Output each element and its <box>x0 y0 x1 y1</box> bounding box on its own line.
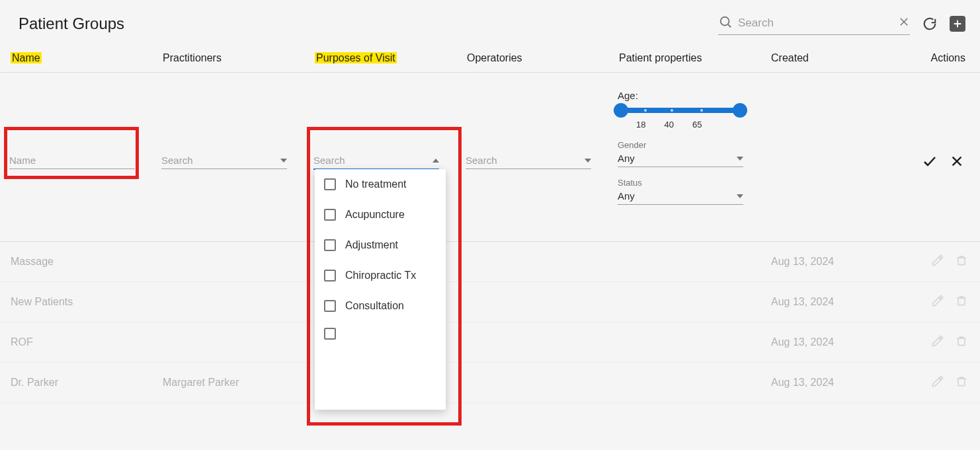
age-tick-label: 18 <box>636 120 645 130</box>
svg-rect-12 <box>958 338 965 346</box>
delete-icon[interactable] <box>955 294 968 310</box>
svg-rect-10 <box>958 298 965 305</box>
table-cell: ROF <box>11 336 163 348</box>
table-row[interactable]: ROFAug 13, 2024 <box>0 322 980 363</box>
col-operatories[interactable]: Operatories <box>467 51 619 65</box>
age-tick-label: 65 <box>692 120 702 130</box>
purposes-dropdown-text: Search <box>313 155 345 166</box>
global-search-wrap[interactable] <box>718 12 910 35</box>
table-cell: Aug 13, 2024 <box>771 377 923 389</box>
row-actions <box>923 294 968 310</box>
name-input[interactable] <box>9 152 135 169</box>
table-cell: Dr. Parker <box>11 377 163 389</box>
checkbox-icon[interactable] <box>324 328 336 340</box>
gender-value: Any <box>618 153 635 164</box>
col-purposes[interactable]: Purposes of Visit <box>315 52 397 63</box>
confirm-button[interactable] <box>922 153 938 172</box>
practitioners-dropdown[interactable]: Search <box>161 152 287 169</box>
status-label: Status <box>618 178 756 188</box>
table-cell: Aug 13, 2024 <box>771 336 923 348</box>
table-cell: Margaret Parker <box>163 377 315 389</box>
purposes-dropdown[interactable]: Search <box>313 152 439 170</box>
table-cell: New Patients <box>11 296 163 308</box>
edit-icon[interactable] <box>931 254 944 270</box>
gender-select[interactable]: Any <box>618 150 743 167</box>
row-actions <box>923 375 968 391</box>
table-cell: Aug 13, 2024 <box>771 296 923 308</box>
col-practitioners[interactable]: Practitioners <box>163 51 315 65</box>
cancel-button[interactable] <box>950 154 964 171</box>
table-header-row: Name Practitioners Purposes of Visit Ope… <box>0 44 980 73</box>
svg-point-0 <box>721 17 729 26</box>
purpose-option[interactable]: Adjustment <box>315 230 446 260</box>
col-name[interactable]: Name <box>11 52 42 63</box>
col-created[interactable]: Created <box>771 51 923 65</box>
col-properties[interactable]: Patient properties <box>619 51 771 65</box>
slider-tick <box>700 109 703 112</box>
slider-tick <box>644 109 647 112</box>
chevron-down-icon <box>585 159 591 163</box>
slider-tick <box>671 109 673 112</box>
practitioners-dropdown-text: Search <box>161 155 193 166</box>
checkbox-icon[interactable] <box>324 239 336 251</box>
purposes-dropdown-scroll[interactable]: No treatmentAcupunctureAdjustmentChiropr… <box>315 169 446 410</box>
chevron-up-icon <box>432 159 439 163</box>
operatories-dropdown-text: Search <box>466 155 497 166</box>
search-icon <box>718 15 733 32</box>
edit-icon[interactable] <box>931 375 944 391</box>
purpose-option-label: Chiropractic Tx <box>345 270 416 281</box>
table-row[interactable]: MassageAug 13, 2024 <box>0 242 980 282</box>
purpose-option[interactable]: Consultation <box>315 291 446 321</box>
age-label: Age: <box>618 90 756 101</box>
age-slider[interactable] <box>618 108 743 113</box>
row-actions <box>923 254 968 270</box>
purpose-option-label: Consultation <box>345 300 404 312</box>
checkbox-icon[interactable] <box>324 270 336 281</box>
chevron-down-icon <box>737 194 743 198</box>
operatories-dropdown[interactable]: Search <box>466 152 591 169</box>
age-slider-labels: 18 40 65 <box>618 117 743 130</box>
delete-icon[interactable] <box>955 375 968 391</box>
checkbox-icon[interactable] <box>324 178 336 190</box>
purpose-option-label: Acupuncture <box>345 209 405 221</box>
purpose-option[interactable]: Acupuncture <box>315 200 446 230</box>
purpose-option-label: No treatment <box>345 178 406 190</box>
purpose-option-label: Adjustment <box>345 239 398 251</box>
gender-label: Gender <box>618 140 756 150</box>
delete-icon[interactable] <box>955 254 968 270</box>
refresh-button[interactable] <box>922 16 938 32</box>
status-select[interactable]: Any <box>618 188 743 205</box>
table-row[interactable]: Dr. ParkerMargaret ParkerAug 13, 2024 <box>0 363 980 403</box>
status-value: Any <box>618 190 635 202</box>
chevron-down-icon <box>280 159 287 163</box>
table-row[interactable]: New PatientsAug 13, 2024 <box>0 282 980 322</box>
checkbox-icon[interactable] <box>324 209 336 221</box>
age-tick-label: 40 <box>664 120 673 130</box>
age-slider-handle-min[interactable] <box>614 103 628 118</box>
delete-icon[interactable] <box>955 334 968 350</box>
table-cell: Massage <box>11 256 163 268</box>
edit-icon[interactable] <box>931 334 944 350</box>
row-actions <box>923 334 968 350</box>
editor-row: Search Search Search Age: 18 40 65 Gende… <box>0 73 980 242</box>
chevron-down-icon <box>737 157 743 161</box>
purpose-option[interactable]: Chiropractic Tx <box>315 260 446 291</box>
svg-line-1 <box>728 24 731 27</box>
table-cell: Aug 13, 2024 <box>771 256 923 268</box>
purpose-option[interactable]: No treatment <box>315 169 446 200</box>
svg-rect-14 <box>958 379 965 386</box>
add-button[interactable] <box>950 16 965 32</box>
page-title: Patient Groups <box>19 15 124 33</box>
edit-icon[interactable] <box>931 294 944 310</box>
checkbox-icon[interactable] <box>324 300 336 312</box>
purposes-dropdown-menu: No treatmentAcupunctureAdjustmentChiropr… <box>315 169 446 410</box>
global-search-input[interactable] <box>733 17 898 30</box>
age-slider-handle-max[interactable] <box>733 103 747 118</box>
svg-rect-8 <box>958 258 965 265</box>
col-actions: Actions <box>923 51 968 65</box>
clear-icon[interactable] <box>898 16 910 30</box>
